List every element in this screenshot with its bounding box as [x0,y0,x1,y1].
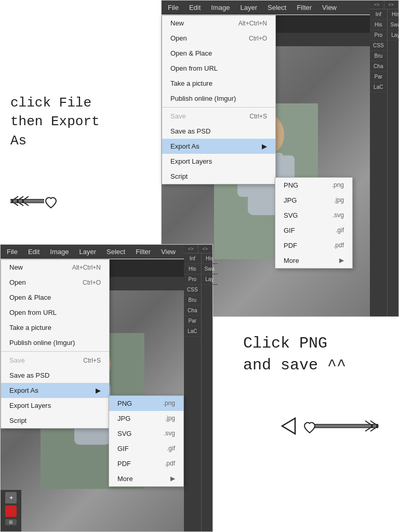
menu-item-export-as-bottom[interactable]: Export As ▶ [1,383,109,398]
panel-inf-bottom: Inf [184,254,201,264]
instruction-bottom: Click PNG and save ^^ [243,332,389,376]
right-panel-col2-header-bottom: <> [198,245,213,253]
menu-view-bottom[interactable]: View [159,247,178,257]
menu-item-export-layers-bottom[interactable]: Export Layers [1,398,109,413]
cursor-icon: ✦ [9,495,14,501]
submenu-jpg-bottom[interactable]: JPG .jpg [109,411,183,426]
panel-pro-bottom: Pro [184,274,201,285]
arrow-heart-decoration-top [10,192,73,210]
menu-item-save-psd-bottom[interactable]: Save as PSD [1,368,109,383]
tool-extra-icon: ⊞ [9,520,13,525]
menu-item-export-as-top[interactable]: Export As ▶ [162,139,275,154]
menubar-bottom: File Edit Image Layer Select Filter View [1,245,212,259]
tool-cursor[interactable]: ✦ [5,492,17,503]
menu-item-open-url-bottom[interactable]: Open from URL [1,305,109,320]
menu-item-open-place-top[interactable]: Open & Place [162,46,275,61]
menu-item-save-psd-top[interactable]: Save as PSD [162,124,275,139]
panel-his2: His [388,9,399,20]
panel-par: Par [370,72,387,82]
export-submenu-top: PNG .png JPG .jpg SVG .svg GIF .gif PDF … [275,177,353,269]
menu-file-bottom[interactable]: File [5,247,20,257]
menu-item-script-bottom[interactable]: Script [1,413,109,428]
submenu-gif-top[interactable]: GIF .gif [275,223,352,238]
arrow-decoration-svg-bottom [280,416,383,436]
submenu-png-bottom[interactable]: PNG .png [109,396,183,411]
menu-filter-bottom[interactable]: Filter [134,247,153,257]
menu-item-save-top: Save Ctrl+S [162,109,275,124]
arrow-heart-decoration-bottom [280,416,383,436]
submenu-svg-bottom[interactable]: SVG .svg [109,426,183,441]
menu-select[interactable]: Select [265,3,288,12]
menu-layer[interactable]: Layer [238,3,260,12]
tool-color-red[interactable] [5,506,17,517]
menu-file[interactable]: File [166,3,181,12]
menu-item-open-bottom[interactable]: Open Ctrl+O [1,275,109,290]
panel-inf: Inf [370,9,387,20]
export-submenu-bottom: PNG .png JPG .jpg SVG .svg GIF .gif PDF … [109,395,184,487]
menu-item-take-picture-bottom[interactable]: Take a picture [1,320,109,335]
panel-swa-bottom: Swa [202,264,218,274]
panel-cha-bottom: Cha [184,305,201,316]
panel-pro: Pro [370,30,387,41]
menu-edit-bottom[interactable]: Edit [26,247,42,257]
submenu-png-top[interactable]: PNG .png [275,178,352,193]
instruction-line1: click File [10,95,91,111]
panel-his1: His [370,20,387,30]
menu-select-bottom[interactable]: Select [104,247,127,257]
panel-lac-bottom: LaC [184,326,201,337]
panel-par-bottom: Par [184,316,201,326]
submenu-pdf-bottom[interactable]: PDF .pdf [109,456,183,471]
menu-filter[interactable]: Filter [295,3,314,12]
svg-marker-11 [282,418,295,434]
instruction-line-save: and save ^^ [243,356,346,374]
panel-lac: LaC [370,82,387,92]
menu-item-open-url-top[interactable]: Open from URL [162,61,275,76]
submenu-gif-bottom[interactable]: GIF .gif [109,441,183,456]
menu-view[interactable]: View [320,3,339,12]
right-panel-col1-header-bottom: <> [184,245,198,253]
menu-edit[interactable]: Edit [187,3,203,12]
file-dropdown-bottom: New Alt+Ctrl+N Open Ctrl+O Open & Place … [1,259,110,429]
menu-item-open-place-bottom[interactable]: Open & Place [1,290,109,305]
panel-cha: Cha [370,61,387,72]
submenu-arrow-bottom: ▶ [96,387,101,394]
menu-item-publish-bottom[interactable]: Publish online (Imgur) [1,335,109,350]
menu-item-publish-top[interactable]: Publish online (Imgur) [162,91,275,106]
divider1-top [162,107,275,108]
menu-layer-bottom[interactable]: Layer [77,247,99,257]
instruction-top: click File then Export As [10,94,114,150]
submenu-more-top[interactable]: More ▶ [275,253,352,268]
submenu-svg-top[interactable]: SVG .svg [275,208,352,223]
panel-swa: Swa [388,20,399,30]
screenshot-bottom: File Edit Image Layer Select Filter View… [0,244,213,532]
submenu-pdf-top[interactable]: PDF .pdf [275,238,352,253]
file-dropdown-top: New Alt+Ctrl+N Open Ctrl+O Open & Place … [162,15,276,184]
menu-item-new-bottom[interactable]: New Alt+Ctrl+N [1,260,109,275]
toolbox-bottom: ✦ ⊞ [1,490,21,531]
menu-item-take-picture-top[interactable]: Take a picture [162,76,275,91]
submenu-arrow-top: ▶ [262,142,267,150]
instruction-line-click-png: Click PNG [243,335,327,352]
menu-item-save-bottom: Save Ctrl+S [1,353,109,368]
submenu-jpg-top[interactable]: JPG .jpg [275,193,352,208]
right-panel-col1-header: <> [370,1,384,9]
menu-image[interactable]: Image [209,3,232,12]
menubar-top: File Edit Image Layer Select Filter View [162,1,398,15]
menu-image-bottom[interactable]: Image [48,247,71,257]
tool-extra[interactable]: ⊞ [5,519,17,525]
right-panel-col2-header: <> [384,1,399,9]
menu-item-new-top[interactable]: New Alt+Ctrl+N [162,16,275,31]
panel-css: CSS [370,41,387,51]
panel-bru: Bru [370,51,387,61]
panel-css-bottom: CSS [184,285,201,295]
panel-bru-bottom: Bru [184,295,201,305]
right-panel-header-top: <> <> [370,1,398,9]
menu-item-export-layers-top[interactable]: Export Layers [162,154,275,169]
right-panel-top: <> <> Inf His Pro CSS Bru Cha Par LaC Hi… [370,1,398,316]
menu-item-script-top[interactable]: Script [162,169,275,184]
divider1-bottom [1,351,109,352]
right-panel-bottom: <> <> Inf His Pro CSS Bru Cha Par LaC Hi… [184,245,212,531]
menu-item-open-top[interactable]: Open Ctrl+O [162,31,275,46]
right-panel-header-bottom: <> <> [184,245,212,254]
submenu-more-bottom[interactable]: More ▶ [109,471,183,486]
